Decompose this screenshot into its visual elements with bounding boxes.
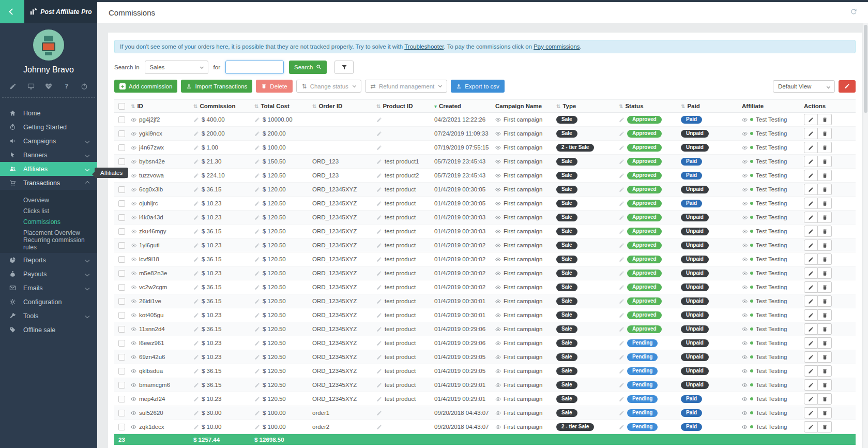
pencil-icon[interactable] bbox=[619, 354, 625, 360]
eye-icon[interactable] bbox=[742, 382, 748, 388]
row-checkbox[interactable] bbox=[118, 368, 125, 375]
eye-icon[interactable] bbox=[131, 201, 136, 206]
eye-icon[interactable] bbox=[742, 243, 748, 248]
pencil-icon[interactable] bbox=[619, 187, 625, 192]
sidebar-item-tools[interactable]: Tools bbox=[0, 309, 97, 323]
edit-row-button[interactable] bbox=[804, 240, 818, 251]
pencil-icon[interactable] bbox=[619, 396, 625, 402]
pencil-icon[interactable] bbox=[619, 312, 625, 318]
pencil-icon[interactable] bbox=[193, 312, 199, 318]
eye-icon[interactable] bbox=[495, 159, 501, 165]
eye-icon[interactable] bbox=[495, 424, 501, 430]
eye-icon[interactable] bbox=[742, 312, 748, 318]
pencil-icon[interactable] bbox=[376, 187, 382, 192]
pencil-icon[interactable] bbox=[254, 159, 260, 165]
pencil-icon[interactable] bbox=[193, 257, 199, 262]
column-header-type[interactable]: ⇅ Type bbox=[553, 103, 616, 109]
pencil-icon[interactable] bbox=[254, 187, 260, 192]
edit-row-button[interactable] bbox=[804, 337, 818, 349]
pencil-icon[interactable] bbox=[376, 215, 382, 220]
pencil-icon[interactable] bbox=[376, 382, 382, 388]
eye-icon[interactable] bbox=[131, 396, 136, 402]
logout-power-icon[interactable] bbox=[81, 83, 88, 90]
select-all-checkbox[interactable] bbox=[118, 103, 125, 110]
pencil-icon[interactable] bbox=[376, 229, 382, 234]
edit-row-button[interactable] bbox=[804, 309, 818, 321]
pencil-icon[interactable] bbox=[619, 159, 625, 165]
pencil-icon[interactable] bbox=[254, 368, 260, 374]
delete-row-button[interactable] bbox=[818, 365, 832, 377]
eye-icon[interactable] bbox=[131, 215, 136, 220]
eye-icon[interactable] bbox=[742, 215, 748, 220]
sidebar-item-home[interactable]: Home bbox=[0, 106, 97, 120]
edit-profile-icon[interactable] bbox=[9, 83, 17, 90]
eye-icon[interactable] bbox=[742, 201, 748, 206]
eye-icon[interactable] bbox=[742, 340, 748, 346]
eye-icon[interactable] bbox=[131, 145, 136, 151]
row-checkbox[interactable] bbox=[118, 326, 125, 333]
row-checkbox[interactable] bbox=[118, 158, 125, 165]
delete-row-button[interactable] bbox=[818, 142, 832, 153]
edit-row-button[interactable] bbox=[804, 281, 818, 293]
add-commission-button[interactable]: + Add commission bbox=[114, 80, 177, 93]
pencil-icon[interactable] bbox=[376, 159, 382, 165]
eye-icon[interactable] bbox=[742, 117, 748, 123]
column-header-commission[interactable]: ⇅ Commission bbox=[190, 103, 251, 109]
eye-icon[interactable] bbox=[131, 340, 136, 346]
edit-row-button[interactable] bbox=[804, 295, 818, 307]
delete-row-button[interactable] bbox=[818, 421, 832, 432]
search-in-select[interactable]: Sales bbox=[145, 61, 208, 74]
pencil-icon[interactable] bbox=[619, 424, 625, 430]
pencil-icon[interactable] bbox=[193, 368, 199, 374]
sidebar-item-banners[interactable]: Banners bbox=[0, 148, 97, 162]
pencil-icon[interactable] bbox=[254, 257, 260, 262]
eye-icon[interactable] bbox=[495, 298, 501, 304]
sidebar-item-affiliates[interactable]: Affiliates bbox=[0, 162, 97, 176]
pencil-icon[interactable] bbox=[193, 173, 199, 178]
delete-row-button[interactable] bbox=[818, 379, 832, 391]
row-checkbox[interactable] bbox=[118, 116, 125, 123]
column-header-created[interactable]: ▾ Created bbox=[431, 103, 492, 109]
delete-row-button[interactable] bbox=[818, 295, 832, 307]
column-header-affiliate[interactable]: Affiliate bbox=[739, 103, 801, 109]
pencil-icon[interactable] bbox=[376, 271, 382, 276]
delete-row-button[interactable] bbox=[818, 114, 832, 125]
row-checkbox[interactable] bbox=[118, 200, 125, 207]
pencil-icon[interactable] bbox=[254, 326, 260, 332]
eye-icon[interactable] bbox=[742, 298, 748, 304]
pencil-icon[interactable] bbox=[619, 298, 625, 304]
eye-icon[interactable] bbox=[742, 229, 748, 234]
pencil-icon[interactable] bbox=[376, 257, 382, 262]
pencil-icon[interactable] bbox=[193, 159, 199, 165]
row-checkbox[interactable] bbox=[118, 130, 125, 137]
eye-icon[interactable] bbox=[495, 215, 501, 220]
pencil-icon[interactable] bbox=[254, 340, 260, 346]
edit-row-button[interactable] bbox=[804, 393, 818, 405]
sidebar-item-payouts[interactable]: Payouts bbox=[0, 267, 97, 281]
help-icon[interactable] bbox=[63, 83, 70, 90]
pencil-icon[interactable] bbox=[619, 410, 625, 416]
delete-row-button[interactable] bbox=[818, 226, 832, 237]
brand[interactable]: Post Affiliate Pro bbox=[24, 8, 97, 16]
eye-icon[interactable] bbox=[131, 131, 136, 137]
change-status-button[interactable]: ⇅ Change status bbox=[296, 80, 361, 93]
row-checkbox[interactable] bbox=[118, 354, 125, 361]
edit-row-button[interactable] bbox=[804, 253, 818, 265]
pencil-icon[interactable] bbox=[193, 117, 199, 123]
edit-row-button[interactable] bbox=[804, 351, 818, 363]
pencil-icon[interactable] bbox=[619, 368, 625, 374]
column-header-product-id[interactable]: ⇅ Product ID bbox=[373, 103, 431, 109]
eye-icon[interactable] bbox=[131, 257, 136, 262]
pencil-icon[interactable] bbox=[619, 145, 625, 151]
column-header-total-cost[interactable]: ⇅ Total Cost bbox=[251, 103, 309, 109]
sidebar-item-reports[interactable]: Reports bbox=[0, 253, 97, 267]
import-transactions-button[interactable]: Import Transactions bbox=[181, 80, 252, 93]
pencil-icon[interactable] bbox=[193, 229, 199, 234]
delete-row-button[interactable] bbox=[818, 170, 832, 181]
pencil-icon[interactable] bbox=[193, 285, 199, 290]
eye-icon[interactable] bbox=[495, 117, 501, 123]
column-header-campaign-name[interactable]: Campaign Name bbox=[492, 103, 553, 109]
eye-icon[interactable] bbox=[742, 326, 748, 332]
eye-icon[interactable] bbox=[742, 396, 748, 402]
pencil-icon[interactable] bbox=[376, 424, 382, 430]
